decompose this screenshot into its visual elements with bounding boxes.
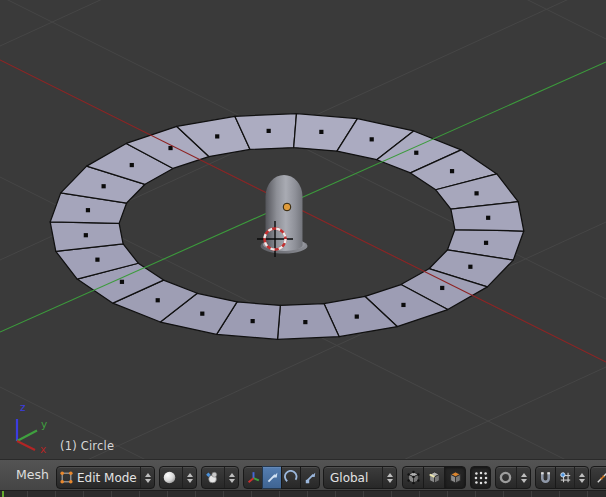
current-frame-marker[interactable] [2,491,4,497]
edge-select-button[interactable] [423,466,445,489]
face-dot[interactable] [468,265,472,269]
face-select-button[interactable] [444,466,466,489]
snap-increment-icon [556,470,574,486]
face-dot[interactable] [102,184,106,188]
face-dot[interactable] [267,129,271,133]
manipulator-group [243,466,320,489]
active-object-status: (1) Circle [60,439,114,453]
chevron-updown-icon [516,467,530,488]
mini-axis-label-z: z [20,401,26,413]
face-dot[interactable] [200,312,204,316]
snap-group [535,466,589,489]
shading-dropdown[interactable] [159,466,197,489]
collapse-arrows-icon [593,470,606,486]
face-dot[interactable] [168,146,172,150]
chevron-updown-icon [224,467,238,488]
translate-arrow-icon [263,470,281,486]
viewport-3d[interactable]: zyx [0,0,606,459]
mini-axis-label-y: y [41,418,47,430]
proportional-edit-icon [496,470,514,486]
pivot-median-point-icon [202,470,220,486]
face-dot[interactable] [355,314,359,318]
timeline-strip[interactable] [0,490,606,497]
face-dot[interactable] [484,241,488,245]
face-dot[interactable] [120,280,124,284]
snap-element-button[interactable] [555,466,589,489]
rotate-button[interactable] [281,466,301,489]
timeline-ticks [0,491,606,497]
mini-axis-x [17,441,35,450]
mini-axis-gizmo: zyx [17,401,47,455]
pivot-dropdown[interactable] [201,466,239,489]
occlude-geometry-icon [472,470,490,486]
face-dot[interactable] [86,208,90,212]
select-mode-group [402,466,466,489]
edit-mode-icon [57,470,75,486]
grid-line [0,0,606,39]
viewport-shading-sphere-icon [160,470,178,486]
magnet-icon [537,470,555,486]
vertex-select-button[interactable] [402,466,424,489]
object-origin-dot [283,203,291,211]
edge-cube-icon [425,470,443,486]
rotate-arc-icon [282,470,300,486]
axis-tripod-icon [244,470,262,486]
mode-label: Edit Mode [75,471,137,485]
face-dot[interactable] [401,303,405,307]
scale-button[interactable] [300,466,320,489]
proportional-edit-dropdown[interactable] [495,466,531,489]
face-dot[interactable] [303,320,307,324]
face-dot[interactable] [474,191,478,195]
manipulator-toggle-button[interactable] [243,466,263,489]
mini-axis-y [17,431,37,442]
face-cube-icon [446,470,464,486]
face-dot[interactable] [95,258,99,262]
mesh-menu[interactable]: Mesh [16,460,49,490]
translate-button[interactable] [262,466,282,489]
chevron-updown-icon [140,467,154,488]
snap-toggle-button[interactable] [535,466,556,489]
vertex-cube-icon [404,470,422,486]
face-dot[interactable] [130,163,134,167]
chevron-updown-icon [574,467,588,488]
chevron-updown-icon [382,467,396,488]
blender-window: zyx (1) Circle Mesh Edit Mode Global [0,0,606,497]
viewport-header: Mesh Edit Mode Global [0,459,606,490]
face-dot[interactable] [319,130,323,134]
face-dot[interactable] [486,216,490,220]
grid-line [0,0,606,46]
chevron-updown-icon [182,467,196,488]
face-dot[interactable] [84,233,88,237]
face-dot[interactable] [251,319,255,323]
mini-axis-label-x: x [40,443,46,455]
face-dot[interactable] [156,298,160,302]
face-dot[interactable] [450,169,454,173]
face-dot[interactable] [414,151,418,155]
scale-arrow-icon [301,470,319,486]
mode-dropdown[interactable]: Edit Mode [56,466,155,489]
face-dot[interactable] [215,134,219,138]
collapse-arrows-button[interactable] [590,466,606,489]
occlude-geometry-button[interactable] [470,466,491,489]
orientation-label: Global [324,471,368,485]
face-dot[interactable] [440,286,444,290]
face-dot[interactable] [370,137,374,141]
orientation-dropdown[interactable]: Global [323,466,397,489]
